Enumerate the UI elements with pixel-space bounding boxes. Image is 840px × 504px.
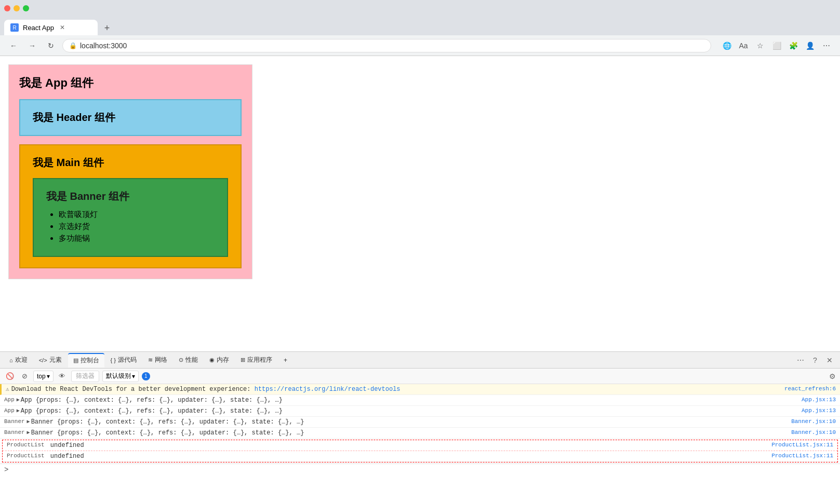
list-item: 京选好货 — [59, 222, 215, 231]
devtools-close-btn[interactable]: ✕ — [823, 354, 836, 366]
context-select[interactable]: top ▾ — [33, 371, 54, 382]
reader-btn[interactable]: Aa — [736, 38, 751, 53]
devtools-more-buttons: ⋯ ? ✕ — [794, 354, 836, 366]
devtools-tab-console[interactable]: ▤ 控制台 — [68, 353, 104, 367]
log-level-arrow: ▾ — [132, 373, 135, 380]
application-icon: ⊞ — [241, 357, 245, 363]
filter-input[interactable]: 筛选器 — [71, 371, 99, 382]
profile-btn[interactable]: 👤 — [803, 38, 817, 53]
devtools-tab-bar: ⌂ 欢迎 </> 元素 ▤ 控制台 { } 源代码 ≋ 网络 ⊙ 性能 ◉ 内存… — [0, 352, 840, 369]
back-button[interactable]: ← — [6, 38, 21, 53]
banner-2-triangle[interactable]: ▶ — [27, 429, 30, 435]
app-1-triangle[interactable]: ▶ — [17, 397, 20, 403]
devtools-tab-memory[interactable]: ◉ 内存 — [204, 353, 234, 367]
console-toolbar: 🚫 ⊘ top ▾ 👁 筛选器 默认级别 ▾ 1 ⚙ — [0, 369, 840, 384]
devtools-tab-performance[interactable]: ⊙ 性能 — [174, 353, 203, 367]
console-row-app-1: App ▶ App {props: {…}, context: {…}, ref… — [0, 395, 840, 406]
main-title: 我是 Main 组件 — [33, 156, 228, 170]
devtools-help-btn[interactable]: ? — [809, 354, 821, 366]
tab-title: React App — [23, 24, 54, 32]
devtools-link[interactable]: https://reactjs.org/link/react-devtools — [255, 386, 401, 393]
split-btn[interactable]: ⬜ — [769, 38, 784, 53]
app-2-prefix: App — [4, 407, 15, 414]
console-row-productlist-2: ProductList undefined ProductList.jsx:11 — [3, 451, 837, 462]
memory-icon: ◉ — [209, 357, 215, 363]
eye-btn[interactable]: 👁 — [57, 371, 68, 382]
address-input[interactable]: 🔒 localhost:3000 — [62, 39, 711, 52]
banner-1-triangle[interactable]: ▶ — [27, 418, 30, 425]
productlist-highlight-box: ProductList undefined ProductList.jsx:11… — [2, 440, 838, 462]
log-level-select[interactable]: 默认级别 ▾ — [102, 371, 139, 382]
devtools-tab-elements[interactable]: </> 元素 — [34, 353, 67, 367]
devtools-tab-application-label: 应用程序 — [247, 356, 272, 364]
console-message-warning: Download the React DevTools for a better… — [11, 386, 784, 393]
close-window-btn[interactable] — [4, 5, 10, 11]
console-source-app-1[interactable]: App.jsx:13 — [802, 397, 836, 403]
minimize-window-btn[interactable] — [14, 5, 20, 11]
console-source-refresh[interactable]: react_refresh:6 — [784, 386, 836, 392]
console-message-banner-2: Banner {props: {…}, context: {…}, refs: … — [31, 429, 792, 437]
elements-icon: </> — [39, 357, 47, 363]
network-icon: ≋ — [148, 357, 153, 363]
console-source-app-2[interactable]: App.jsx:13 — [802, 407, 836, 414]
filter-btn[interactable]: ⊘ — [19, 371, 30, 382]
header-component: 我是 Header 组件 — [19, 99, 242, 136]
devtools-tab-elements-label: 元素 — [49, 356, 62, 364]
settings-gear-btn[interactable]: ⚙ — [829, 372, 836, 380]
console-source-banner-1[interactable]: Banner.jsx:10 — [791, 418, 836, 425]
react-app: 我是 App 组件 我是 Header 组件 我是 Main 组件 我是 Ban… — [0, 56, 840, 288]
devtools-tab-network[interactable]: ≋ 网络 — [143, 353, 172, 367]
tab-close-btn[interactable]: ✕ — [58, 23, 66, 32]
devtools-more-btn[interactable]: ⋯ — [794, 354, 807, 366]
console-row-app-2: App ▶ App {props: {…}, context: {…}, ref… — [0, 406, 840, 417]
console-source-banner-2[interactable]: Banner.jsx:10 — [791, 429, 836, 435]
translate-btn[interactable]: 🌐 — [719, 38, 734, 53]
console-source-productlist-1[interactable]: ProductList.jsx:11 — [771, 442, 833, 448]
title-bar — [0, 0, 840, 17]
devtools-tab-add[interactable]: + — [278, 353, 292, 367]
sources-icon: { } — [111, 357, 116, 363]
console-row-banner-1: Banner ▶ Banner {props: {…}, context: {…… — [0, 417, 840, 428]
devtools-tab-network-label: 网络 — [155, 356, 167, 364]
console-message-app-1: App {props: {…}, context: {…}, refs: {…}… — [21, 397, 802, 404]
devtools-tab-sources-label: 源代码 — [118, 356, 137, 364]
console-message-banner-1: Banner {props: {…}, context: {…}, refs: … — [31, 418, 792, 426]
devtools-tab-memory-label: 内存 — [217, 356, 229, 364]
app-1-prefix: App — [4, 397, 15, 403]
devtools-tab-sources[interactable]: { } 源代码 — [105, 353, 142, 367]
clear-console-btn[interactable]: 🚫 — [4, 371, 16, 382]
console-row-warning: ⚠ Download the React DevTools for a bett… — [0, 384, 840, 395]
forward-button[interactable]: → — [25, 38, 39, 53]
console-row-productlist-1: ProductList undefined ProductList.jsx:11 — [3, 440, 837, 451]
devtools-tab-application[interactable]: ⊞ 应用程序 — [235, 353, 277, 367]
console-output: ⚠ Download the React DevTools for a bett… — [0, 384, 840, 504]
banner-1-prefix: Banner — [4, 418, 25, 425]
welcome-icon: ⌂ — [9, 357, 13, 363]
reload-button[interactable]: ↻ — [44, 38, 58, 53]
devtools-tab-welcome-label: 欢迎 — [15, 356, 28, 364]
console-row-banner-2: Banner ▶ Banner {props: {…}, context: {…… — [0, 428, 840, 439]
devtools-panel: ⌂ 欢迎 </> 元素 ▤ 控制台 { } 源代码 ≋ 网络 ⊙ 性能 ◉ 内存… — [0, 351, 840, 504]
settings-btn[interactable]: ⋯ — [819, 38, 834, 53]
favorites-btn[interactable]: ☆ — [753, 38, 767, 53]
banner-title: 我是 Banner 组件 — [46, 189, 215, 203]
tab-bar: R React App ✕ + — [0, 17, 840, 35]
console-source-productlist-2[interactable]: ProductList.jsx:11 — [771, 453, 833, 459]
log-level-label: 默认级别 — [106, 372, 131, 380]
extensions-btn[interactable]: 🧩 — [786, 38, 801, 53]
address-text: localhost:3000 — [80, 42, 127, 50]
console-message-productlist-2: undefined — [47, 453, 772, 460]
browser-tab-react-app[interactable]: R React App ✕ — [4, 20, 98, 35]
new-tab-button[interactable]: + — [100, 21, 114, 35]
list-item: 欧普吸顶灯 — [59, 210, 215, 220]
devtools-tab-welcome[interactable]: ⌂ 欢迎 — [4, 353, 33, 367]
app-2-triangle[interactable]: ▶ — [17, 407, 20, 414]
header-title: 我是 Header 组件 — [33, 111, 228, 125]
devtools-tab-console-label: 控制台 — [81, 356, 99, 365]
app-component: 我是 App 组件 我是 Header 组件 我是 Main 组件 我是 Ban… — [8, 64, 252, 279]
app-title: 我是 App 组件 — [19, 75, 242, 91]
maximize-window-btn[interactable] — [23, 5, 29, 11]
lock-icon: 🔒 — [69, 42, 77, 49]
banner-component: 我是 Banner 组件 欧普吸顶灯 京选好货 多功能锅 — [33, 178, 228, 257]
tab-favicon: R — [10, 23, 19, 32]
